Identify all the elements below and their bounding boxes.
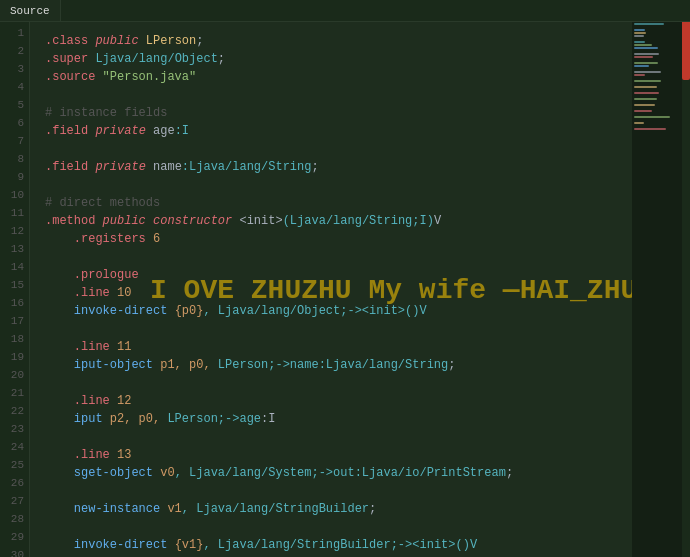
code-line xyxy=(45,140,632,158)
code-line: .method public constructor <init>(Ljava/… xyxy=(45,212,632,230)
source-tab[interactable]: Source xyxy=(0,0,61,21)
code-line: .field private name:Ljava/lang/String; xyxy=(45,158,632,176)
code-line: invoke-direct {p0}, Ljava/lang/Object;->… xyxy=(45,302,632,320)
editor-container: Source 123456789101112131415161718192021… xyxy=(0,0,690,557)
code-line: invoke-direct {v1}, Ljava/lang/StringBui… xyxy=(45,536,632,554)
code-line: .line 13 xyxy=(45,446,632,464)
code-line xyxy=(45,320,632,338)
code-line: .line 12 xyxy=(45,392,632,410)
code-line xyxy=(45,374,632,392)
code-line xyxy=(45,248,632,266)
code-line xyxy=(45,482,632,500)
scrollbar[interactable] xyxy=(682,0,690,557)
code-line: iput-object p1, p0, LPerson;->name:Ljava… xyxy=(45,356,632,374)
code-line: iput p2, p0, LPerson;->age:I xyxy=(45,410,632,428)
code-line: sget-object v0, Ljava/lang/System;->out:… xyxy=(45,464,632,482)
code-line: .class public LPerson; xyxy=(45,32,632,50)
code-line xyxy=(45,518,632,536)
code-line: .source "Person.java" xyxy=(45,68,632,86)
minimap xyxy=(632,0,682,557)
code-line: # instance fields xyxy=(45,104,632,122)
code-line xyxy=(45,176,632,194)
line-numbers: 1234567891011121314151617181920212223242… xyxy=(0,0,30,557)
code-content: .class public LPerson;.super Ljava/lang/… xyxy=(40,30,632,557)
code-line: .field private age:I xyxy=(45,122,632,140)
code-line: .prologue xyxy=(45,266,632,284)
tab-bar: Source xyxy=(0,0,690,22)
code-area[interactable]: .class public LPerson;.super Ljava/lang/… xyxy=(30,0,632,557)
code-line: .line 10 xyxy=(45,284,632,302)
code-line: .super Ljava/lang/Object; xyxy=(45,50,632,68)
source-tab-label: Source xyxy=(10,5,50,17)
code-line: new-instance v1, Ljava/lang/StringBuilde… xyxy=(45,500,632,518)
code-line: .registers 6 xyxy=(45,230,632,248)
code-line xyxy=(45,86,632,104)
code-line: .line 11 xyxy=(45,338,632,356)
code-line xyxy=(45,428,632,446)
code-line: # direct methods xyxy=(45,194,632,212)
